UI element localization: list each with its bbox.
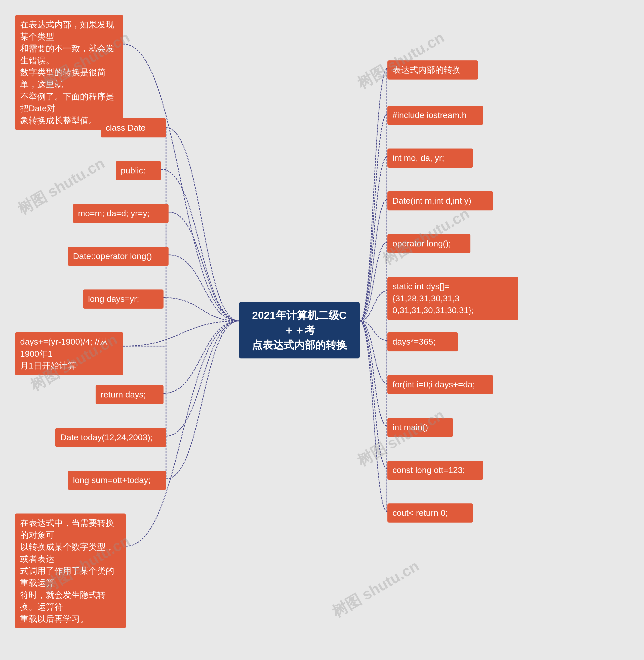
left-node-7: return days;: [96, 385, 163, 404]
watermark-8: 树图 shutu.cn: [328, 556, 423, 622]
left-node-1: class Date: [101, 118, 166, 137]
left-node-8: Date today(12,24,2003);: [55, 428, 166, 447]
center-node: 2021年计算机二级C＋＋考 点表达式内部的转换: [239, 302, 360, 358]
left-node-9: long sum=ott+today;: [68, 471, 166, 490]
right-node-9: const long ott=123;: [387, 461, 483, 480]
right-node-1: #include iostream.h: [387, 106, 483, 125]
right-node-8: int main(): [387, 418, 453, 437]
right-node-7: for(int i=0;i days+=da;: [387, 375, 493, 394]
left-node-0: 在表达式内部，如果发现某个类型 和需要的不一致，就会发生错误。 数字类型的转换是…: [15, 15, 123, 130]
left-node-10: 在表达式中，当需要转换的对象可 以转换成某个数字类型，或者表达 式调用了作用于某…: [15, 513, 126, 628]
right-node-10: cout< return 0;: [387, 503, 473, 523]
right-node-6: days*=365;: [387, 332, 458, 351]
left-node-5: long days=yr;: [83, 289, 163, 309]
left-node-3: mo=m; da=d; yr=y;: [73, 204, 168, 223]
right-node-4: operator long();: [387, 234, 470, 253]
left-node-6: days+=(yr-1900)/4; //从1900年1 月1日开始计算: [15, 332, 123, 375]
right-node-5: static int dys[]={31,28,31,30,31,3 0,31,…: [387, 277, 518, 320]
right-node-0: 表达式内部的转换: [387, 60, 478, 80]
left-node-2: public:: [116, 161, 161, 180]
left-node-4: Date::operator long(): [68, 247, 168, 266]
right-node-2: int mo, da, yr;: [387, 149, 473, 168]
right-node-3: Date(int m,int d,int y): [387, 191, 493, 211]
